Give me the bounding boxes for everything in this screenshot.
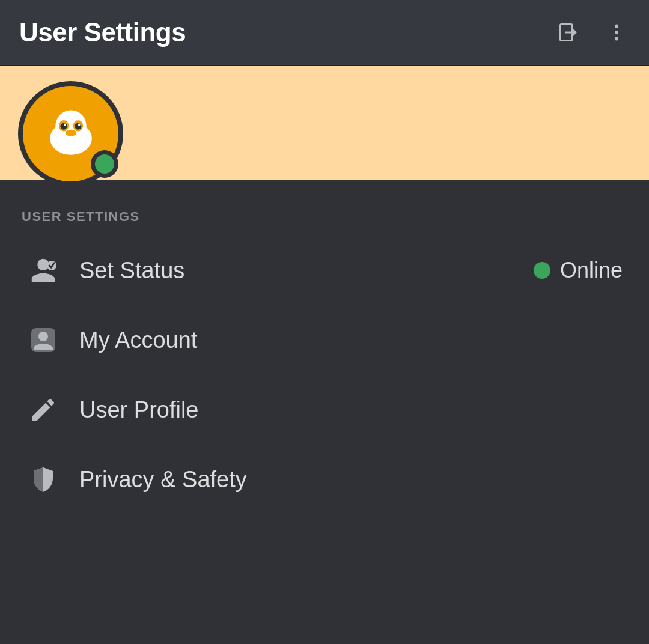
- page-title: User Settings: [19, 17, 186, 47]
- logout-icon[interactable]: [555, 19, 582, 46]
- user-profile-label: User Profile: [79, 397, 623, 423]
- privacy-safety-label: Privacy & Safety: [79, 467, 623, 493]
- svg-point-11: [78, 123, 80, 126]
- menu-item-privacy-safety[interactable]: Privacy & Safety: [12, 446, 637, 513]
- settings-menu: Set Status Online My Account User Profil…: [0, 237, 649, 513]
- svg-point-3: [615, 37, 618, 41]
- edit-icon: [26, 393, 60, 427]
- menu-item-user-profile[interactable]: User Profile: [12, 376, 637, 443]
- more-vertical-icon[interactable]: [603, 19, 630, 46]
- online-dot: [534, 262, 550, 279]
- header: User Settings: [0, 0, 649, 66]
- avatar-status-dot: [91, 150, 118, 178]
- avatar-container: [18, 81, 123, 186]
- online-status-text: Online: [560, 258, 623, 283]
- user-icon: [26, 323, 60, 357]
- user-status-icon: [26, 254, 60, 287]
- profile-banner: [0, 66, 649, 180]
- my-account-label: My Account: [79, 327, 623, 353]
- menu-item-my-account[interactable]: My Account: [12, 306, 637, 374]
- svg-point-8: [60, 123, 67, 129]
- svg-point-12: [65, 129, 76, 136]
- online-status-indicator: Online: [534, 258, 623, 283]
- svg-point-1: [615, 25, 618, 28]
- svg-point-2: [615, 31, 618, 34]
- menu-item-set-status[interactable]: Set Status Online: [12, 237, 637, 304]
- set-status-label: Set Status: [79, 258, 534, 284]
- section-label: USER SETTINGS: [0, 180, 649, 237]
- svg-point-10: [64, 123, 66, 126]
- header-actions: [555, 19, 630, 46]
- svg-point-9: [75, 123, 81, 129]
- shield-icon: [26, 463, 60, 496]
